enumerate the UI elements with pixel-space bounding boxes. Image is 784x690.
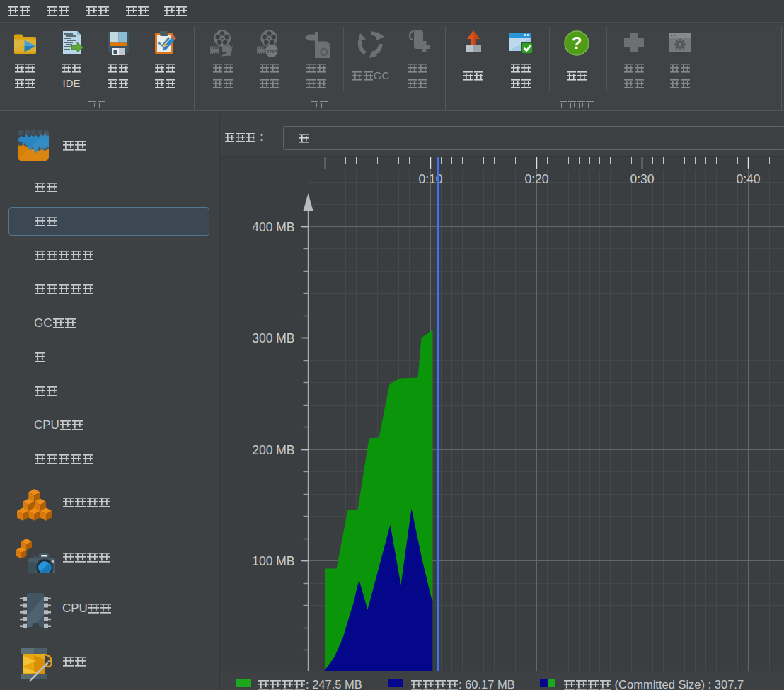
svg-text:400 MB: 400 MB [252,220,294,234]
svg-text:?: ? [572,33,582,52]
svg-text:0:40: 0:40 [736,172,760,186]
svg-text:0:30: 0:30 [630,172,654,186]
svg-text:STOP: STOP [267,50,277,54]
svg-text:0:20: 0:20 [524,172,548,186]
svg-text:300 MB: 300 MB [252,331,294,345]
svg-text:100 MB: 100 MB [252,554,294,568]
svg-text:200 MB: 200 MB [252,443,294,457]
